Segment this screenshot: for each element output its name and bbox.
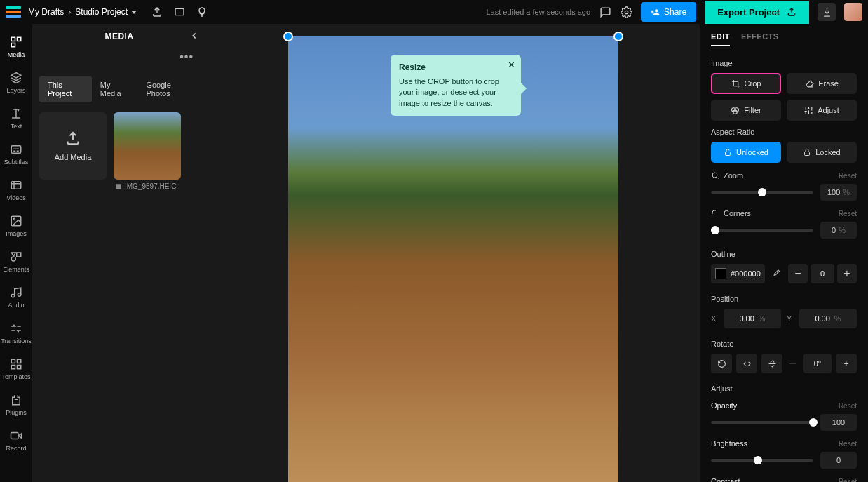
corners-label: Corners <box>711 209 751 217</box>
rail-templates[interactable]: Templates <box>0 352 32 386</box>
flip-h-button[interactable] <box>736 354 757 373</box>
corners-value[interactable]: 0% <box>820 222 857 239</box>
rail-media[interactable]: Media <box>0 29 32 64</box>
filter-button[interactable]: Filter <box>711 100 781 121</box>
rotate-ccw-button[interactable] <box>711 354 732 373</box>
slider-thumb[interactable] <box>809 418 818 427</box>
rail-label: Images <box>6 230 27 237</box>
tab-edit[interactable]: EDIT <box>711 32 730 46</box>
flip-v-button[interactable] <box>761 354 782 373</box>
topbar-actions <box>151 6 208 18</box>
tab-this-project[interactable]: This Project <box>39 76 92 102</box>
section-adjust: Adjust <box>711 384 857 393</box>
rail-videos[interactable]: Videos <box>0 173 32 207</box>
slider-thumb[interactable] <box>754 456 762 464</box>
canvas-size-icon[interactable] <box>173 6 186 18</box>
zoom-reset[interactable]: Reset <box>839 172 857 180</box>
svg-rect-0 <box>175 8 184 15</box>
crop-handle-tl[interactable] <box>283 32 293 41</box>
zoom-slider[interactable] <box>711 191 813 194</box>
svg-point-1 <box>625 11 628 13</box>
eyedropper-icon[interactable] <box>771 264 782 283</box>
upload-icon[interactable] <box>151 6 163 18</box>
share-button[interactable]: Share <box>641 2 696 22</box>
project-dropdown[interactable]: Studio Project <box>75 7 137 17</box>
media-item[interactable]: IMG_9597.HEIC <box>114 112 181 190</box>
upload-icon <box>65 130 81 146</box>
more-icon[interactable]: ••• <box>179 51 194 63</box>
rail-record[interactable]: Record <box>0 423 32 457</box>
adjust-button[interactable]: Adjust <box>787 100 857 121</box>
corners-reset[interactable]: Reset <box>839 210 857 217</box>
rail-layers[interactable]: Layers <box>0 65 32 100</box>
rail-images[interactable]: Images <box>0 208 32 243</box>
media-thumbnail <box>114 112 181 180</box>
elements-icon <box>9 250 23 264</box>
locked-button[interactable]: Locked <box>787 142 857 163</box>
rotate-add-button[interactable]: + <box>836 354 857 373</box>
opacity-slider[interactable] <box>711 421 813 424</box>
outline-color[interactable]: #000000 <box>711 264 765 283</box>
corners-slider[interactable] <box>711 229 813 232</box>
tab-my-media[interactable]: My Media <box>92 76 138 102</box>
crop-handle-tr[interactable] <box>613 32 623 41</box>
brightness-slider[interactable] <box>711 459 813 462</box>
audio-icon <box>9 286 23 300</box>
brightness-reset[interactable]: Reset <box>839 440 857 448</box>
decrement-button[interactable]: − <box>788 264 808 283</box>
canvas[interactable]: ✕ Resize Use the CROP button to crop you… <box>206 24 700 482</box>
zoom-label: Zoom <box>711 171 743 180</box>
zoom-icon <box>711 171 719 180</box>
erase-button[interactable]: Erase <box>787 73 857 94</box>
avatar[interactable] <box>844 3 862 21</box>
download-button[interactable] <box>818 3 836 21</box>
pos-y-value[interactable]: 0.00% <box>799 309 857 328</box>
export-label: Export Project <box>717 7 780 18</box>
rail-elements[interactable]: Elements <box>0 244 32 279</box>
tab-google-photos[interactable]: Google Photos <box>137 76 199 102</box>
unlocked-button[interactable]: Unlocked <box>711 142 781 163</box>
svg-point-11 <box>11 294 15 297</box>
tooltip-title: Resize <box>399 62 513 74</box>
crop-icon <box>731 79 740 88</box>
breadcrumb-root[interactable]: My Drafts <box>28 7 64 17</box>
breadcrumb: My Drafts › Studio Project <box>28 7 137 17</box>
collapse-panel-button[interactable] <box>187 28 202 43</box>
templates-icon <box>9 357 23 371</box>
contrast-reset[interactable]: Reset <box>839 478 857 483</box>
svg-rect-13 <box>11 359 15 363</box>
svg-point-24 <box>712 173 717 178</box>
rotate-value[interactable]: 0° <box>803 354 832 373</box>
pos-x-value[interactable]: 0.00% <box>724 309 781 328</box>
rail-subtitles[interactable]: Subtitles <box>0 137 32 171</box>
record-icon <box>9 429 23 443</box>
lightbulb-icon[interactable] <box>196 6 208 18</box>
opacity-reset[interactable]: Reset <box>839 402 857 410</box>
logo[interactable] <box>6 6 21 18</box>
crop-button[interactable]: Crop <box>711 73 781 94</box>
rail-text[interactable]: Text <box>0 101 32 135</box>
export-button[interactable]: Export Project <box>705 1 809 24</box>
lock-icon <box>803 148 811 156</box>
outline-value[interactable]: 0 <box>811 264 834 283</box>
slider-thumb[interactable] <box>758 188 766 196</box>
rail-plugins[interactable]: Plugins <box>0 387 32 422</box>
close-icon[interactable]: ✕ <box>508 59 515 72</box>
text-icon <box>9 107 23 121</box>
subtitles-icon <box>9 142 23 156</box>
svg-rect-23 <box>805 152 810 156</box>
rail-transitions[interactable]: Transitions <box>0 316 32 350</box>
increment-button[interactable]: + <box>837 264 857 283</box>
section-position: Position <box>711 295 857 303</box>
add-media-button[interactable]: Add Media <box>39 112 107 180</box>
slider-thumb[interactable] <box>711 226 719 234</box>
brightness-value[interactable]: 0 <box>820 452 857 469</box>
opacity-value[interactable]: 100 <box>820 414 857 431</box>
rail-audio[interactable]: Audio <box>0 280 32 314</box>
tab-effects[interactable]: EFFECTS <box>741 32 779 46</box>
comment-icon[interactable] <box>599 6 611 18</box>
media-tabs: This Project My Media Google Photos <box>39 76 199 102</box>
pos-y-label: Y <box>787 314 794 323</box>
zoom-value[interactable]: 100% <box>820 184 857 201</box>
gear-icon[interactable] <box>620 6 632 18</box>
